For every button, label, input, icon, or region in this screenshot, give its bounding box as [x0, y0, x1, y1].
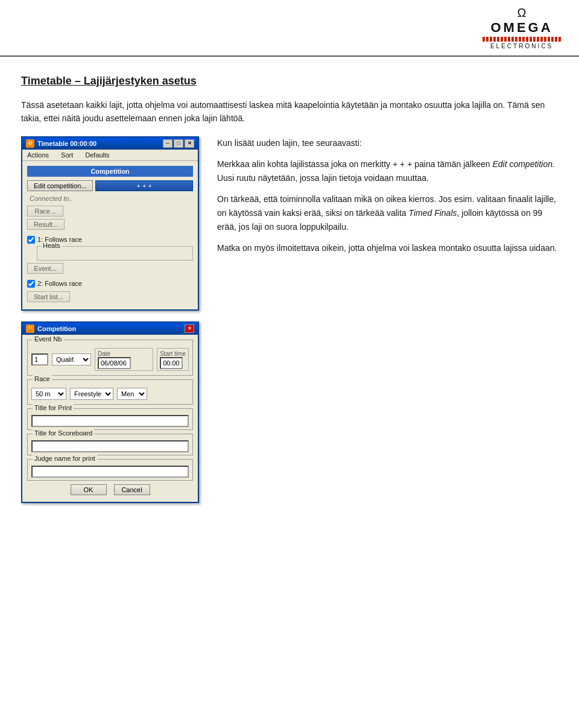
right-para1: Kun lisäät uuden lajin, tee seuraavasti:: [217, 136, 558, 150]
main-content: Timetable – Lajijärjestyken asetus Tässä…: [0, 57, 579, 521]
race-row-inner: 50 m Freestyle Men: [31, 388, 189, 400]
startlist-row: Start list...: [27, 291, 193, 302]
timetable-close-button[interactable]: ✕: [185, 139, 194, 148]
plus-button[interactable]: + + +: [95, 180, 193, 191]
gender-select[interactable]: Men: [117, 388, 147, 400]
event-nb-row: Qualif. Date Start time: [31, 348, 189, 371]
timed-finals-italic: Timed Finals: [409, 208, 457, 218]
competition-title-left: 🏆 Competition: [26, 324, 76, 333]
competition-body: Event Nb Qualif. Date: [22, 335, 198, 502]
logo-bar: [482, 37, 561, 42]
cancel-button[interactable]: Cancel: [114, 484, 150, 495]
competition-win-controls: ✕: [185, 324, 194, 333]
checkbox2-row: 2: Follows race: [27, 280, 193, 288]
result-button[interactable]: Result...: [27, 219, 65, 230]
date-group: Date: [95, 348, 153, 371]
right-para2: Merkkaa alin kohta lajilistassa joka on …: [217, 157, 558, 185]
competition-close-button[interactable]: ✕: [185, 324, 194, 333]
timetable-maximize-button[interactable]: □: [174, 139, 183, 148]
date-label: Date: [98, 350, 110, 357]
event-nb-input[interactable]: [31, 353, 48, 366]
distance-select[interactable]: 50 m: [31, 388, 66, 400]
menu-actions[interactable]: Actions: [25, 151, 51, 159]
edit-competition-row: Edit competition... + + +: [27, 180, 193, 191]
start-time-group: Start time: [157, 348, 189, 371]
event-button[interactable]: Event...: [27, 263, 63, 274]
title-for-print-input[interactable]: [31, 415, 189, 427]
checkbox2-label: 2: Follows race: [37, 280, 82, 287]
start-time-input[interactable]: [160, 357, 183, 369]
edit-competition-button[interactable]: Edit competition...: [27, 180, 93, 191]
intro-text: Tässä asetetaan kaikki lajit, jotta ohje…: [21, 98, 558, 125]
right-column: Kun lisäät uuden lajin, tee seuraavasti:…: [217, 136, 558, 263]
title-for-print-label: Title for Print: [33, 404, 74, 411]
menu-defaults[interactable]: Defaults: [83, 151, 112, 159]
page-title: Timetable – Lajijärjestyken asetus: [21, 75, 558, 87]
logo-electronics: ELECTRONICS: [490, 43, 553, 49]
title-for-print-group: Title for Print: [27, 408, 193, 430]
date-input[interactable]: [98, 357, 131, 369]
checkbox1[interactable]: [27, 236, 35, 244]
timetable-minimize-button[interactable]: ─: [163, 139, 172, 148]
judge-name-group: Judge name for print: [27, 459, 193, 481]
timetable-title-left: ⏱ Timetable 00:00:00: [26, 139, 96, 148]
timetable-title-text: Timetable 00:00:00: [37, 140, 96, 147]
competition-header: Competition: [27, 166, 193, 177]
timetable-titlebar: ⏱ Timetable 00:00:00 ─ □ ✕: [22, 138, 198, 150]
menu-sort[interactable]: Sort: [59, 151, 75, 159]
event-nb-label: Event Nb: [33, 335, 63, 343]
judge-name-label: Judge name for print: [33, 455, 97, 462]
style-select[interactable]: Freestyle: [70, 388, 113, 400]
timetable-win-controls: ─ □ ✕: [163, 139, 194, 148]
left-column: ⏱ Timetable 00:00:00 ─ □ ✕ Actions Sort …: [21, 136, 199, 503]
result-row: Result...: [27, 219, 193, 230]
competition-dialog: 🏆 Competition ✕ Event Nb: [21, 321, 199, 503]
startlist-button[interactable]: Start list...: [27, 291, 70, 302]
title-for-scoreboard-input[interactable]: [31, 440, 189, 452]
logo: Ω OMEGA ELECTRONICS: [482, 6, 561, 49]
page-header: Ω OMEGA ELECTRONICS: [0, 0, 579, 57]
edit-competition-italic: Edit competition.: [492, 159, 555, 169]
competition-icon: 🏆: [26, 324, 34, 333]
judge-name-input[interactable]: [31, 466, 189, 478]
timetable-icon: ⏱: [26, 139, 34, 148]
competition-titlebar: 🏆 Competition ✕: [22, 323, 198, 335]
connected-to-label: Connected to..: [27, 194, 193, 203]
omega-name: OMEGA: [490, 20, 552, 36]
title-for-scoreboard-label: Title for Scoreboard: [33, 429, 94, 437]
timetable-body: Competition Edit competition... + + + Co…: [22, 161, 198, 309]
event-row: Event...: [27, 263, 193, 274]
race-label: Race: [33, 375, 52, 382]
heats-group: Heats: [37, 246, 193, 261]
start-time-label: Start time: [160, 350, 186, 357]
omega-symbol: Ω: [517, 6, 527, 20]
bottom-text: Matka on myös ilmoitettava oikein, jotta…: [217, 241, 558, 255]
race-group: Race 50 m Freestyle Men: [27, 379, 193, 405]
race-row: Race...: [27, 206, 193, 217]
checkbox2[interactable]: [27, 280, 35, 288]
ok-button[interactable]: OK: [71, 484, 107, 495]
two-col-layout: ⏱ Timetable 00:00:00 ─ □ ✕ Actions Sort …: [21, 136, 558, 503]
timetable-menubar: Actions Sort Defaults: [22, 150, 198, 161]
event-nb-group: Event Nb Qualif. Date: [27, 340, 193, 376]
title-for-scoreboard-group: Title for Scoreboard: [27, 434, 193, 455]
qualif-select[interactable]: Qualif.: [52, 353, 91, 366]
competition-title-text: Competition: [37, 325, 76, 332]
right-para3: On tärkeää, että toiminnolla valitaan mi…: [217, 192, 558, 234]
ok-cancel-row: OK Cancel: [27, 484, 193, 495]
heats-legend: Heats: [41, 242, 62, 249]
race-button[interactable]: Race...: [27, 206, 63, 217]
timetable-dialog: ⏱ Timetable 00:00:00 ─ □ ✕ Actions Sort …: [21, 136, 199, 311]
